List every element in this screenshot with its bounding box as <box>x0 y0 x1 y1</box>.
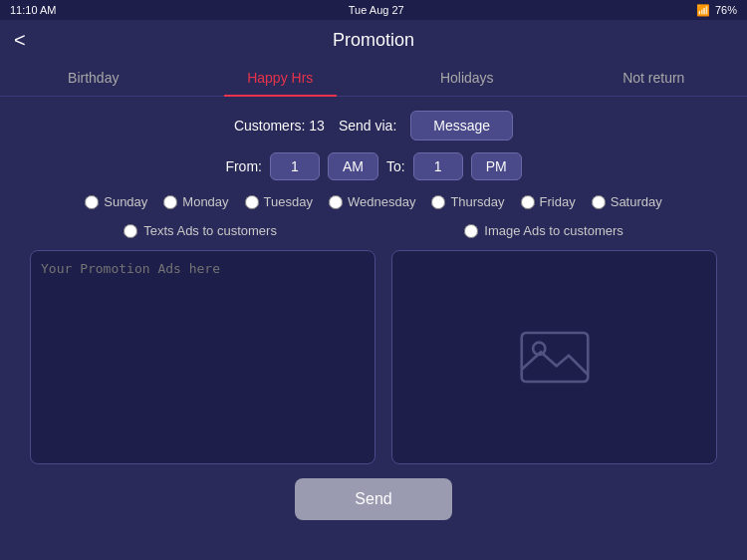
day-friday[interactable]: Friday <box>521 194 576 209</box>
customers-row: Customers: 13 Send via: Message <box>30 111 717 140</box>
to-ampm-button[interactable]: PM <box>471 152 522 180</box>
day-wednesday-radio[interactable] <box>329 195 343 209</box>
from-time-input[interactable] <box>270 152 320 180</box>
status-date: Tue Aug 27 <box>349 4 404 16</box>
day-saturday-label: Saturday <box>611 194 662 209</box>
day-sunday-label: Sunday <box>104 194 147 209</box>
status-right: 📶 76% <box>696 4 737 17</box>
promo-image-panel[interactable] <box>391 250 717 464</box>
text-ads-label: Texts Ads to customers <box>143 223 277 238</box>
main-content: Customers: 13 Send via: Message From: AM… <box>0 97 747 534</box>
status-time: 11:10 AM <box>10 4 56 16</box>
tab-holidays[interactable]: Holidays <box>374 60 561 96</box>
day-tuesday-radio[interactable] <box>245 195 259 209</box>
ads-options-row: Texts Ads to customers Image Ads to cust… <box>30 223 717 238</box>
day-monday-label: Monday <box>182 194 228 209</box>
time-row: From: AM To: PM <box>30 152 717 180</box>
to-time-input[interactable] <box>413 152 463 180</box>
day-wednesday-label: Wednesday <box>348 194 415 209</box>
tab-happy-hrs[interactable]: Happy Hrs <box>187 60 374 96</box>
day-monday[interactable]: Monday <box>163 194 228 209</box>
day-sunday[interactable]: Sunday <box>85 194 147 209</box>
promo-text-input[interactable] <box>41 261 365 453</box>
from-ampm-button[interactable]: AM <box>328 152 378 180</box>
tab-birthday[interactable]: Birthday <box>0 60 187 96</box>
text-ads-option[interactable]: Texts Ads to customers <box>124 223 277 238</box>
day-tuesday-label: Tuesday <box>264 194 313 209</box>
day-thursday-radio[interactable] <box>431 195 445 209</box>
customers-count: Customers: 13 <box>234 118 325 134</box>
status-bar: 11:10 AM Tue Aug 27 📶 76% <box>0 0 747 20</box>
tabs-bar: Birthday Happy Hrs Holidays Not return <box>0 60 747 97</box>
wifi-icon: 📶 <box>696 4 710 17</box>
to-label: To: <box>386 158 405 174</box>
page-title: Promotion <box>333 30 414 51</box>
promo-text-panel <box>30 250 375 464</box>
from-label: From: <box>225 158 262 174</box>
day-saturday[interactable]: Saturday <box>592 194 662 209</box>
image-ads-label: Image Ads to customers <box>484 223 622 238</box>
days-row: Sunday Monday Tuesday Wednesday Thursday… <box>30 194 717 209</box>
day-thursday-label: Thursday <box>450 194 504 209</box>
header: < Promotion <box>0 20 747 60</box>
promo-panels <box>30 250 717 464</box>
send-via-label: Send via: <box>339 118 396 134</box>
tab-not-return[interactable]: Not return <box>561 60 748 96</box>
day-saturday-radio[interactable] <box>592 195 606 209</box>
day-wednesday[interactable]: Wednesday <box>329 194 415 209</box>
message-button[interactable]: Message <box>410 111 513 140</box>
text-ads-radio[interactable] <box>124 224 137 238</box>
back-button[interactable]: < <box>14 29 26 52</box>
image-ads-option[interactable]: Image Ads to customers <box>464 223 622 238</box>
day-friday-label: Friday <box>540 194 576 209</box>
send-row: Send <box>30 478 717 520</box>
day-monday-radio[interactable] <box>163 195 177 209</box>
day-thursday[interactable]: Thursday <box>431 194 504 209</box>
day-tuesday[interactable]: Tuesday <box>245 194 313 209</box>
send-button[interactable]: Send <box>295 478 451 520</box>
image-ads-radio[interactable] <box>464 224 478 238</box>
battery-icon: 76% <box>715 4 737 16</box>
day-sunday-radio[interactable] <box>85 195 99 209</box>
image-placeholder-icon <box>520 330 590 385</box>
svg-rect-0 <box>521 333 588 382</box>
day-friday-radio[interactable] <box>521 195 535 209</box>
